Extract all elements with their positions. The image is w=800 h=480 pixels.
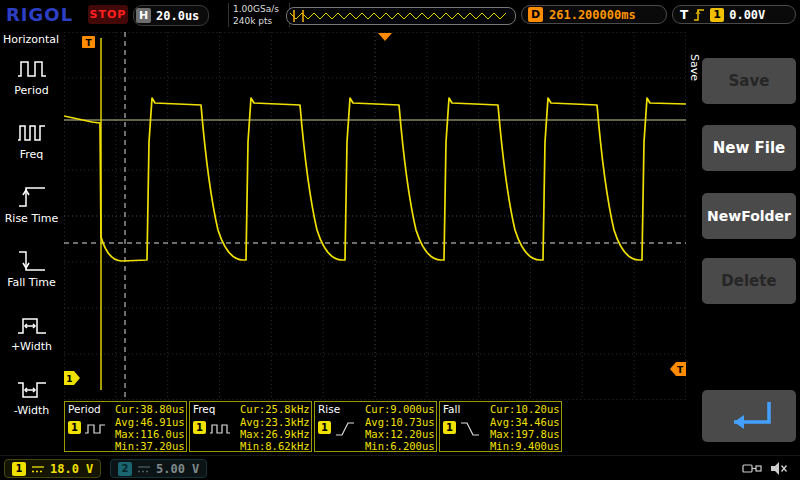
channel-badge: 1: [443, 421, 456, 434]
minus-width-icon: [15, 375, 49, 403]
trigger-slope-icon: [693, 8, 705, 22]
channel-badge: 1: [68, 421, 81, 434]
freq-icon: [15, 119, 49, 147]
save-menu-tab: Save: [688, 54, 701, 81]
period-measure-icon: [84, 421, 106, 437]
channel1-badge: 1: [12, 462, 26, 476]
channel1-status-chip: 1 18.0 V: [4, 459, 101, 478]
fall-time-icon: [15, 247, 49, 275]
plus-width-icon: [15, 311, 49, 339]
menu-item-period[interactable]: Period: [0, 51, 63, 115]
return-button[interactable]: [702, 390, 796, 442]
period-icon: [15, 55, 49, 83]
new-folder-button[interactable]: NewFolder: [702, 193, 796, 239]
channel1-level-marker: 1: [64, 371, 80, 385]
memory-waveform-icon: [287, 9, 513, 23]
trigger-status-chip: T 1 0.00V: [672, 5, 796, 24]
system-tray: [742, 461, 788, 476]
delete-button[interactable]: Delete: [702, 258, 796, 304]
oscilloscope-screen: RIGOL STOP H 20.0us 1.00GSa/s 240k pts D…: [0, 0, 800, 480]
save-softkey-menu: Save New File NewFolder Delete: [702, 32, 798, 455]
menu-item-rise-time[interactable]: Rise Time: [0, 179, 63, 243]
measurement-panels: Period Cur:38.80us 1 Avg:46.91us Max:116…: [64, 401, 562, 452]
save-button[interactable]: Save: [702, 58, 796, 104]
measurement-panel-period: Period Cur:38.80us 1 Avg:46.91us Max:116…: [64, 401, 187, 452]
rigol-logo: RIGOL: [6, 4, 73, 25]
usb-icon: [742, 461, 762, 476]
delay-badge: D: [528, 7, 543, 22]
trigger-reference-marker: T: [82, 36, 95, 48]
freq-measure-icon: [209, 421, 231, 437]
channel-badge: 1: [318, 421, 331, 434]
trigger-source-badge: 1: [710, 8, 724, 22]
channel2-status-chip: 2 5.00 V: [110, 459, 207, 478]
waveform-memory-preview: [286, 7, 516, 25]
run-state-indicator: STOP: [88, 5, 128, 24]
channel2-badge: 2: [118, 462, 132, 476]
channel2-scale: 5.00 V: [156, 462, 199, 476]
horizontal-badge: H: [136, 8, 151, 23]
scope-grid: T 1 T: [64, 32, 686, 400]
measurement-panel-freq: Freq Cur:25.8kHz 1 Avg:23.3kHz Max:26.9k…: [189, 401, 312, 452]
return-arrow-icon: [714, 396, 784, 436]
menu-title: Horizontal: [0, 30, 63, 51]
sample-rate: 1.00GSa/s: [233, 3, 285, 15]
speaker-muted-icon: [770, 461, 788, 476]
horizontal-delay-chip: D 261.200000ms: [521, 5, 667, 24]
memory-depth: 240k pts: [233, 15, 285, 27]
menu-item-neg-width[interactable]: -Width: [0, 371, 63, 435]
channel1-scale: 18.0 V: [50, 462, 93, 476]
svg-text:1: 1: [66, 374, 72, 384]
acquisition-info: 1.00GSa/s 240k pts: [228, 3, 290, 27]
menu-item-fall-time[interactable]: Fall Time: [0, 243, 63, 307]
measurement-panel-rise: Rise Cur:9.000us 1 Avg:10.73us Max:12.20…: [314, 401, 437, 452]
trigger-position-marker: [378, 33, 392, 41]
trigger-label: T: [680, 8, 688, 22]
horizontal-measure-menu: Horizontal Period Freq Rise Time Fall Ti…: [0, 30, 63, 455]
menu-item-pos-width[interactable]: +Width: [0, 307, 63, 371]
new-file-button[interactable]: New File: [702, 125, 796, 171]
waveform-display: T 1 T: [64, 32, 686, 400]
trigger-level-marker: T: [670, 362, 686, 376]
measurement-panel-fall: Fall Cur:10.20us 1 Avg:34.46us Max:197.8…: [439, 401, 562, 452]
timebase-value: 20.0us: [156, 9, 199, 23]
rise-measure-icon: [334, 421, 356, 437]
coupling-icon: [31, 464, 45, 474]
menu-item-freq[interactable]: Freq: [0, 115, 63, 179]
coupling-icon: [137, 464, 151, 474]
svg-text:T: T: [677, 365, 684, 375]
trigger-level-value: 0.00V: [729, 8, 765, 22]
horizontal-timebase-chip: H 20.0us: [133, 5, 209, 26]
fall-measure-icon: [459, 421, 481, 437]
rise-time-icon: [15, 183, 49, 211]
channel-badge: 1: [193, 421, 206, 434]
delay-value: 261.200000ms: [549, 8, 636, 22]
svg-text:T: T: [85, 38, 92, 48]
top-status-bar: RIGOL STOP H 20.0us 1.00GSa/s 240k pts D…: [0, 0, 800, 30]
bottom-status-bar: 1 18.0 V 2 5.00 V: [0, 455, 800, 480]
